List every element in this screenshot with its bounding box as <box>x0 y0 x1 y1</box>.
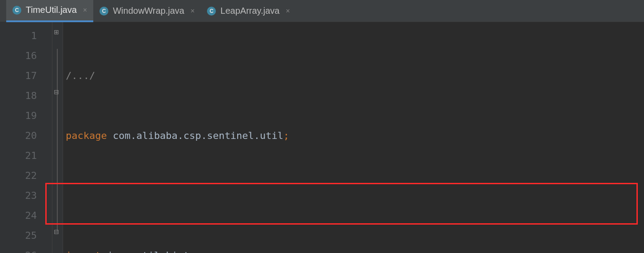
class-file-icon: C <box>99 7 108 16</box>
line-number: 23 <box>0 186 52 206</box>
line-number: 18 <box>0 86 52 106</box>
line-number: 19 <box>0 106 52 126</box>
line-number: 20 <box>0 126 52 146</box>
fold-collapse-icon[interactable]: ⊟ <box>54 228 59 235</box>
code-line: package com.alibaba.csp.sentinel.util; <box>66 126 644 146</box>
editor-body: 1 16 17 18 19 20 21 22 23 24 25 26 ⊞ ⊟ ⊟… <box>0 22 644 253</box>
close-icon[interactable]: × <box>191 7 195 15</box>
editor-tab-bar: C TimeUtil.java × C WindowWrap.java × C … <box>0 0 644 22</box>
line-number: 26 <box>0 245 52 253</box>
line-number: 16 <box>0 46 52 66</box>
tab-label: LeapArray.java <box>220 6 279 16</box>
tab-label: TimeUtil.java <box>26 5 77 15</box>
code-area[interactable]: /.../ package com.alibaba.csp.sentinel.u… <box>63 22 644 253</box>
code-line: /.../ <box>66 66 644 86</box>
tab-leaparray[interactable]: C LeapArray.java × <box>201 0 296 22</box>
line-number-gutter[interactable]: 1 16 17 18 19 20 21 22 23 24 25 26 <box>0 22 52 253</box>
tab-windowwrap[interactable]: C WindowWrap.java × <box>93 0 201 22</box>
code-line <box>66 186 644 206</box>
code-line: import java.util.List; <box>66 245 644 253</box>
tab-timeutil[interactable]: C TimeUtil.java × <box>6 0 93 22</box>
class-file-icon: C <box>207 7 216 16</box>
fold-collapse-icon[interactable]: ⊟ <box>54 88 59 95</box>
line-number: 22 <box>0 166 52 186</box>
close-icon[interactable]: × <box>83 6 87 14</box>
line-number: 25 <box>0 225 52 245</box>
tab-label: WindowWrap.java <box>113 6 184 16</box>
close-icon[interactable]: × <box>286 7 290 15</box>
fold-guide-line <box>57 49 58 231</box>
line-number: 1 <box>0 26 52 46</box>
fold-expand-icon[interactable]: ⊞ <box>54 28 59 36</box>
fold-gutter[interactable]: ⊞ ⊟ ⊟ <box>52 22 63 253</box>
folded-comment: /.../ <box>66 70 95 81</box>
line-number: 21 <box>0 146 52 166</box>
line-number: 17 <box>0 66 52 86</box>
line-number: 24 <box>0 206 52 225</box>
class-file-icon: C <box>12 6 21 15</box>
